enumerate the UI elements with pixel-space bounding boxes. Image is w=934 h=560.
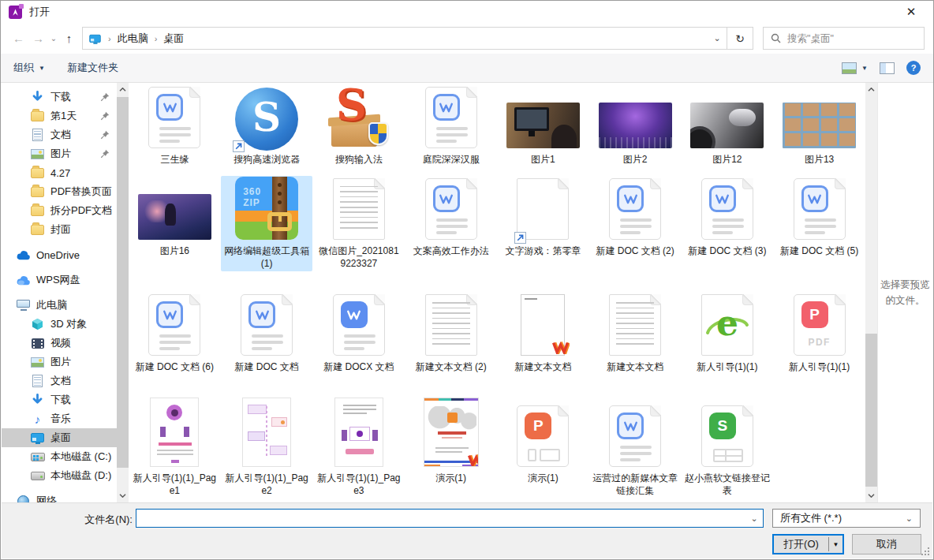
filename-input[interactable]: [136, 513, 745, 525]
file-item[interactable]: 新建文本文档: [589, 292, 682, 375]
wps-w-badge: [617, 185, 644, 212]
filename-dropdown-icon[interactable]: ⌄: [745, 513, 763, 524]
file-item[interactable]: 新建 DOC 文档 (5): [773, 176, 865, 259]
file-item[interactable]: S搜狗高速浏览器: [221, 84, 313, 167]
file-item[interactable]: 三生缘: [129, 84, 221, 167]
sidebar-item[interactable]: 网络: [2, 491, 117, 502]
change-view-button[interactable]: ▼: [842, 62, 868, 74]
file-item[interactable]: 微信图片_20210819223327: [313, 176, 405, 271]
sidebar-item[interactable]: 视频: [2, 334, 117, 353]
sidebar-item[interactable]: 下载: [2, 88, 117, 106]
sidebar-item[interactable]: 此电脑: [2, 296, 117, 315]
dialog-body: 下载第1天文档图片4.27PDF替换页面拆分PDF文档封面OneDriveWPS…: [2, 83, 932, 502]
sidebar-item[interactable]: 图片: [2, 144, 117, 163]
address-dropdown-icon[interactable]: ⌄: [708, 28, 727, 49]
scroll-down-icon[interactable]: [117, 489, 129, 502]
onedrive-icon: [16, 250, 31, 260]
forward-button[interactable]: →: [28, 28, 48, 48]
file-item[interactable]: 图片13: [773, 84, 865, 167]
file-item[interactable]: 新人引导(1)(1)_Page2: [221, 395, 313, 498]
sidebar-item[interactable]: 拆分PDF文档: [2, 201, 117, 220]
sidebar-item[interactable]: 桌面: [2, 428, 117, 447]
file-item[interactable]: 运营过的新媒体文章链接汇集: [589, 395, 682, 498]
up-button[interactable]: ↑: [59, 28, 79, 48]
file-item[interactable]: 新人引导(1)(1)_Page1: [129, 395, 221, 498]
sidebar-item[interactable]: 本地磁盘 (D:): [2, 466, 117, 485]
file-item[interactable]: S赵小燕软文链接登记表: [682, 395, 774, 498]
wps-cloud-icon: [16, 275, 31, 286]
folder-icon: [30, 225, 45, 235]
breadcrumb-desktop[interactable]: 桌面: [163, 32, 184, 46]
file-item[interactable]: 图片2: [589, 84, 682, 167]
back-button[interactable]: ←: [9, 28, 28, 48]
file-item[interactable]: 新建 DOC 文档: [221, 292, 313, 375]
file-item[interactable]: 新建文本文档 (2): [405, 292, 497, 375]
file-item[interactable]: e新人引导(1)(1): [682, 292, 774, 375]
scroll-down-icon[interactable]: [865, 489, 877, 502]
sidebar-item[interactable]: 本地磁盘 (C:): [2, 447, 117, 466]
pictures-icon: [30, 149, 45, 159]
file-item[interactable]: 图片16: [129, 176, 221, 259]
file-item[interactable]: 演示(1): [405, 395, 497, 486]
sidebar-item[interactable]: 封面: [2, 220, 117, 239]
open-split-caret-icon[interactable]: ▼: [829, 536, 842, 553]
file-item[interactable]: 图片12: [682, 84, 774, 167]
file-item[interactable]: 新建 DOC 文档 (3): [682, 176, 774, 259]
breadcrumb-this-pc[interactable]: 此电脑: [118, 32, 148, 46]
sidebar-item[interactable]: ♪音乐: [2, 409, 117, 428]
filetype-select[interactable]: 所有文件 (*.*) ⌄: [772, 509, 921, 528]
file-item[interactable]: PPDF新人引导(1)(1): [773, 292, 865, 375]
sidebar-item[interactable]: 文档: [2, 371, 117, 390]
file-item[interactable]: 新建 DOC 文档 (2): [589, 176, 682, 259]
recent-locations-dropdown[interactable]: ⌄: [48, 28, 59, 48]
wps-doc-icon: [241, 294, 293, 358]
sidebar-item-label: 桌面: [50, 431, 71, 445]
search-input[interactable]: [787, 33, 917, 44]
file-item[interactable]: 文字游戏：第零章: [497, 176, 589, 259]
file-item[interactable]: 新建 DOC 文档 (6): [129, 292, 221, 375]
file-item[interactable]: 庭院深深汉服: [405, 84, 497, 167]
file-item[interactable]: 文案高效工作办法: [405, 176, 497, 259]
open-button[interactable]: 打开(O) ▼: [772, 534, 844, 554]
file-item[interactable]: P演示(1): [497, 395, 589, 486]
scroll-up-icon[interactable]: [117, 83, 129, 96]
sidebar-item[interactable]: OneDrive: [2, 245, 117, 264]
filename-combobox[interactable]: ⌄: [136, 509, 764, 528]
sidebar-item[interactable]: 图片: [2, 353, 117, 371]
new-folder-button[interactable]: 新建文件夹: [67, 61, 118, 75]
search-box[interactable]: [763, 27, 925, 50]
file-name: 新建文本文档 (2): [416, 360, 487, 373]
sidebar-item[interactable]: 下载: [2, 390, 117, 409]
scrollbar-thumb[interactable]: [865, 334, 877, 487]
sidebar-scrollbar[interactable]: [117, 83, 129, 502]
organize-menu[interactable]: 组织 ▼: [13, 61, 45, 75]
file-item[interactable]: 新人引导(1)(1)_Page3: [313, 395, 405, 498]
sidebar-item[interactable]: WPS网盘: [2, 271, 117, 289]
cancel-button[interactable]: 取消: [852, 534, 921, 554]
folder-icon: [30, 111, 45, 121]
view-caret-icon: ▼: [861, 65, 868, 72]
file-item[interactable]: 360ZIP网络编辑超级工具箱(1): [221, 176, 313, 271]
sidebar-item[interactable]: PDF替换页面: [2, 182, 117, 201]
close-button[interactable]: ✕: [897, 5, 925, 19]
sidebar-item-label: WPS网盘: [36, 273, 80, 287]
download-icon: [30, 91, 45, 103]
sidebar-item[interactable]: 3D 对象: [2, 315, 117, 334]
preview-pane-toggle-icon[interactable]: [880, 62, 895, 74]
resize-grip[interactable]: [921, 547, 930, 556]
refresh-button[interactable]: ↻: [727, 27, 753, 50]
sidebar-item[interactable]: 4.27: [2, 163, 117, 182]
scrollbar-thumb[interactable]: [117, 97, 129, 468]
sidebar-item[interactable]: 第1天: [2, 106, 117, 125]
scroll-up-icon[interactable]: [865, 83, 877, 96]
desktop-icon: [30, 433, 45, 442]
file-item[interactable]: 图片1: [497, 84, 589, 167]
file-item[interactable]: S搜狗输入法: [313, 84, 405, 167]
address-bar[interactable]: › 此电脑 › 桌面 ⌄: [82, 27, 727, 50]
sidebar-item[interactable]: 文档: [2, 125, 117, 144]
file-item[interactable]: 新建 DOCX 文档: [313, 292, 405, 375]
file-item[interactable]: 新建文本文档: [497, 292, 589, 375]
help-button[interactable]: ?: [906, 61, 921, 75]
blank-icon: [517, 178, 569, 242]
file-grid-scrollbar[interactable]: [865, 83, 877, 502]
